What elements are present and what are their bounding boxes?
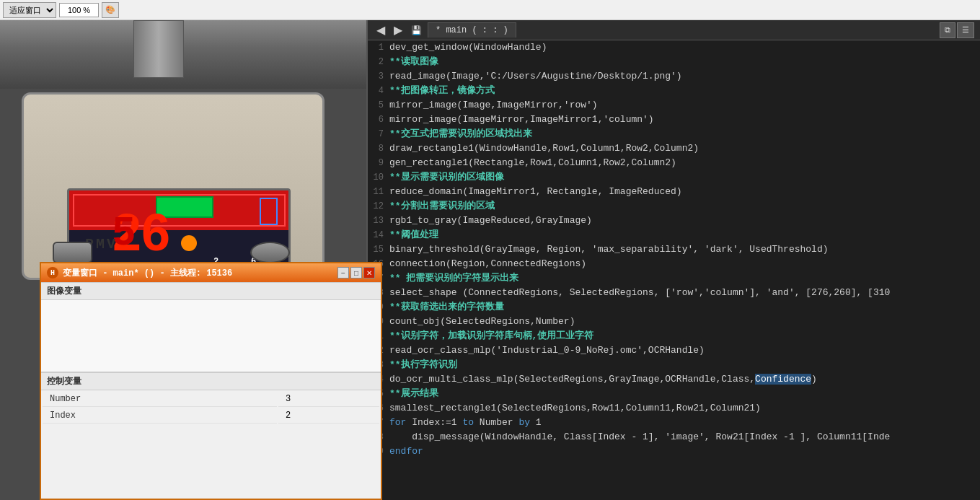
restore-button[interactable]: □ <box>350 267 362 278</box>
control-variables-section: Number3Index2 <box>41 390 381 425</box>
code-line: 8draw_rectangle1(WindowHandle,Row1,Colum… <box>368 141 980 156</box>
editor-top-buttons: ⧉ ☰ <box>940 22 974 38</box>
back-button[interactable]: ◀ <box>374 23 388 37</box>
editor-tab-main[interactable]: * main ( : : ) <box>428 22 516 38</box>
code-line: 24do_ocr_multi_class_mlp(SelectedRegions… <box>368 372 980 387</box>
top-toolbar: 适应窗口 🎨 <box>0 0 980 20</box>
line-number: 9 <box>368 156 389 170</box>
line-content: mirror_image(Image,ImageMirror,'row') <box>389 98 980 113</box>
variable-row: Index2 <box>43 408 379 424</box>
line-content: draw_rectangle1(WindowHandle,Row1,Column… <box>389 141 980 156</box>
line-content: endfor <box>389 444 980 459</box>
line-content: **读取图像 <box>389 55 980 69</box>
code-line: 11reduce_domain(ImageMirror1, Rectangle,… <box>368 185 980 199</box>
line-content: read_image(Image,'C:/Users/Augustine/Des… <box>389 69 980 84</box>
code-line: 14**阈值处理 <box>368 228 980 242</box>
line-content: **阈值处理 <box>389 228 980 242</box>
line-content: **展示结果 <box>389 387 980 401</box>
code-line: 23**执行字符识别 <box>368 358 980 372</box>
window-controls: − □ ✕ <box>337 267 375 278</box>
variable-window-title: H 变量窗口 - main* () - 主线程: 15136 − □ ✕ <box>41 263 381 282</box>
code-line: 10**显示需要识别的区域图像 <box>368 170 980 185</box>
variable-name: Number <box>43 392 277 407</box>
minimize-button[interactable]: − <box>337 267 349 278</box>
line-content: dev_get_window(WindowHandle) <box>389 40 980 55</box>
line-number: 12 <box>368 199 389 214</box>
code-line: 2**读取图像 <box>368 55 980 69</box>
code-line: 25**展示结果 <box>368 387 980 401</box>
main-area: 26 5 2 6 PMV CSDN @吃个糖糖 H <box>0 20 980 500</box>
code-editor-panel: ◀ ▶ 💾 * main ( : : ) ⧉ ☰ 1dev_get_window… <box>368 20 980 500</box>
code-line: 1dev_get_window(WindowHandle) <box>368 40 980 55</box>
display-orange-circle <box>181 235 197 251</box>
line-content: **交互式把需要识别的区域找出来 <box>389 127 980 141</box>
line-content: do_ocr_multi_class_mlp(SelectedRegions,G… <box>389 372 980 387</box>
line-content: reduce_domain(ImageMirror1, Rectangle, I… <box>389 185 980 199</box>
line-content: gen_rectangle1(Rectangle,Row1,Column1,Ro… <box>389 156 980 170</box>
line-number: 5 <box>368 98 389 113</box>
line-content: mirror_image(ImageMirror,ImageMirror1,'c… <box>389 113 980 127</box>
forward-button[interactable]: ▶ <box>391 23 405 37</box>
line-content: **显示需要识别的区域图像 <box>389 170 980 185</box>
variable-window-title-text: 变量窗口 - main* () - 主线程: 15136 <box>63 267 232 279</box>
code-line: 19**获取筛选出来的字符数量 <box>368 300 980 315</box>
code-line: 27for Index:=1 to Number by 1 <box>368 416 980 430</box>
line-content: select_shape (ConnectedRegions, Selected… <box>389 286 980 300</box>
line-content: smallest_rectangle1(SelectedRegions,Row1… <box>389 401 980 416</box>
line-content: **把图像转正，镜像方式 <box>389 84 980 98</box>
control-variables-header: 控制变量 <box>41 372 381 390</box>
variables-table: Number3Index2 <box>41 390 381 425</box>
color-btn[interactable]: 🎨 <box>102 2 119 18</box>
code-line: 15binary_threshold(GrayImage, Region, 'm… <box>368 242 980 257</box>
code-line: 20count_obj(SelectedRegions,Number) <box>368 315 980 329</box>
code-line: 4**把图像转正，镜像方式 <box>368 84 980 98</box>
zoom-input[interactable] <box>59 3 99 17</box>
device-body: 26 5 2 6 PMV <box>22 92 325 280</box>
code-line: 28 disp_message(WindowHandle, Class[Inde… <box>368 430 980 444</box>
code-line: 16connection(Region,ConnectedRegions) <box>368 257 980 271</box>
line-content: read_ocr_class_mlp('Industrial_0-9_NoRej… <box>389 343 980 358</box>
save-tab-button[interactable]: 💾 <box>408 25 425 35</box>
line-number: 14 <box>368 228 389 242</box>
display-blue-rect <box>260 198 278 225</box>
line-content: rgb1_to_gray(ImageReduced,GrayImage) <box>389 214 980 228</box>
line-content: disp_message(WindowHandle, Class[Index -… <box>389 430 980 444</box>
line-number: 8 <box>368 141 389 156</box>
variable-name: Index <box>43 408 277 424</box>
code-line: 13rgb1_to_gray(ImageReduced,GrayImage) <box>368 214 980 228</box>
variable-value: 2 <box>278 408 379 424</box>
line-content: connection(Region,ConnectedRegions) <box>389 257 980 271</box>
new-window-button[interactable]: ⧉ <box>940 22 955 38</box>
display-red-border <box>73 194 286 227</box>
line-content: **分割出需要识别的区域 <box>389 199 980 214</box>
code-line: 12**分割出需要识别的区域 <box>368 199 980 214</box>
window-mode-select[interactable]: 适应窗口 <box>3 2 56 18</box>
image-variables-header: 图像变量 <box>41 282 381 300</box>
code-line: 7**交互式把需要识别的区域找出来 <box>368 127 980 141</box>
code-line: 6mirror_image(ImageMirror,ImageMirror1,'… <box>368 113 980 127</box>
code-line: 9gen_rectangle1(Rectangle,Row1,Column1,R… <box>368 156 980 170</box>
line-number: 3 <box>368 69 389 84</box>
line-number: 13 <box>368 214 389 228</box>
code-line: 22read_ocr_class_mlp('Industrial_0-9_NoR… <box>368 343 980 358</box>
code-line: 18select_shape (ConnectedRegions, Select… <box>368 286 980 300</box>
line-number: 7 <box>368 127 389 141</box>
halcon-icon: H <box>47 267 58 278</box>
variable-value: 3 <box>278 392 379 407</box>
line-content: ** 把需要识别的字符显示出来 <box>389 271 980 286</box>
code-line: 5mirror_image(Image,ImageMirror,'row') <box>368 98 980 113</box>
layout-button[interactable]: ☰ <box>957 22 974 38</box>
code-line: 17** 把需要识别的字符显示出来 <box>368 271 980 286</box>
close-button[interactable]: ✕ <box>363 267 375 278</box>
code-line: 3read_image(Image,'C:/Users/Augustine/De… <box>368 69 980 84</box>
line-content: for Index:=1 to Number by 1 <box>389 416 980 430</box>
line-content: count_obj(SelectedRegions,Number) <box>389 315 980 329</box>
line-number: 6 <box>368 113 389 127</box>
image-variables-section <box>41 300 381 372</box>
device-btn-right <box>250 242 290 263</box>
line-content: binary_threshold(GrayImage, Region, 'max… <box>389 242 980 257</box>
image-viewer-panel: 26 5 2 6 PMV CSDN @吃个糖糖 H <box>0 20 368 500</box>
code-area[interactable]: 1dev_get_window(WindowHandle)2**读取图像3rea… <box>368 40 980 500</box>
line-number: 15 <box>368 242 389 257</box>
line-number: 2 <box>368 55 389 69</box>
